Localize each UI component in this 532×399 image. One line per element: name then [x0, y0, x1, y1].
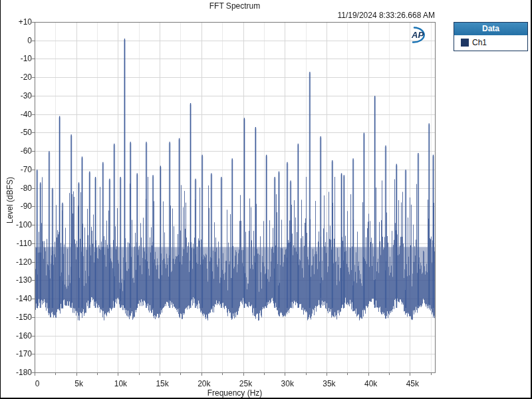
- y-tick-label: -160: [9, 331, 32, 340]
- legend-panel: Data Ch1: [454, 22, 528, 51]
- x-tick-label: 30k: [275, 379, 299, 388]
- y-tick-label: -180: [9, 368, 32, 377]
- x-tick-label: 15k: [150, 379, 174, 388]
- y-tick-label: -90: [9, 201, 32, 211]
- x-tick-label: 20k: [192, 379, 216, 388]
- y-tick-label: -150: [9, 313, 32, 322]
- y-tick-label: -110: [9, 239, 32, 248]
- ap-logo: AP: [406, 25, 436, 46]
- y-tick-label: +10: [9, 17, 32, 27]
- x-tick-label: 25k: [234, 379, 258, 388]
- y-tick-label: 0: [9, 36, 32, 45]
- x-tick-label: 0: [25, 379, 49, 388]
- y-tick-label: -50: [9, 128, 32, 137]
- legend-header[interactable]: Data: [454, 23, 527, 35]
- y-tick-label: -70: [9, 165, 32, 174]
- x-tick-label: 40k: [359, 379, 383, 388]
- ch1-label: Ch1: [472, 38, 487, 47]
- x-axis-title: Frequency (Hz): [35, 388, 435, 398]
- y-tick-label: -60: [9, 146, 32, 156]
- y-tick-label: -170: [9, 349, 32, 358]
- y-tick-label: -130: [9, 275, 32, 285]
- legend-item-ch1[interactable]: Ch1: [454, 35, 527, 51]
- ch1-color-swatch: [461, 39, 469, 47]
- chart-title: FFT Spectrum: [35, 1, 435, 11]
- fft-plot-canvas[interactable]: [1, 0, 531, 398]
- ap-logo-graphic: AP: [406, 25, 436, 46]
- ap-logo-text: AP: [411, 30, 424, 40]
- y-tick-label: -80: [9, 184, 32, 193]
- x-tick-label: 10k: [108, 379, 132, 388]
- y-tick-label: -120: [9, 257, 32, 267]
- y-tick-label: -100: [9, 220, 32, 229]
- y-tick-label: -140: [9, 294, 32, 303]
- x-tick-label: 45k: [400, 379, 424, 388]
- y-tick-label: -20: [9, 72, 32, 82]
- y-tick-label: -10: [9, 54, 32, 63]
- x-tick-label: 35k: [317, 379, 341, 388]
- x-tick-label: 5k: [67, 379, 91, 388]
- fft-spectrum-window: FFT Spectrum 11/19/2024 8:33:26.668 AM L…: [0, 0, 532, 399]
- y-tick-label: -30: [9, 91, 32, 100]
- y-tick-label: -40: [9, 110, 32, 119]
- y-axis-title: Level (dBFS): [5, 174, 15, 227]
- chart-timestamp: 11/19/2024 8:33:26.668 AM: [35, 11, 435, 20]
